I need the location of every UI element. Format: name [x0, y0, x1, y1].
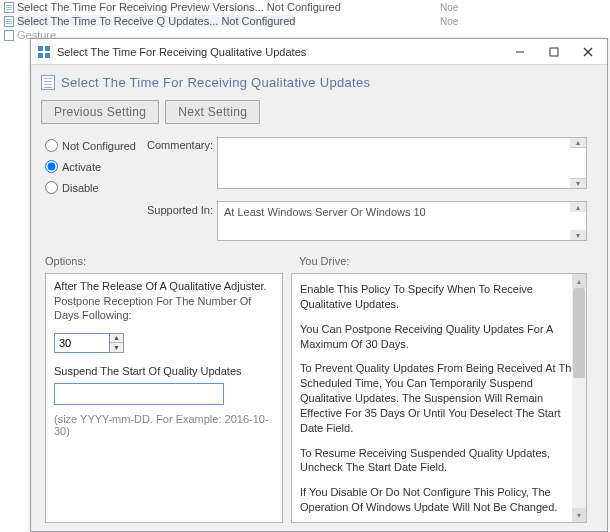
supported-textarea: At Least Windows Server Or Windows 10 ▴ …: [217, 201, 587, 241]
svg-rect-5: [550, 48, 558, 56]
commentary-textarea[interactable]: ▴ ▾: [217, 137, 587, 189]
bg-policy-row-1[interactable]: Select The Time For Receiving Preview Ve…: [0, 0, 610, 14]
radio-not-configured[interactable]: Not Configured: [45, 139, 136, 152]
scroll-up-icon[interactable]: ▴: [570, 138, 586, 148]
help-panel: Enable This Policy To Specify When To Re…: [291, 273, 587, 523]
bg-policy-row-2[interactable]: Select The Time To Receive Q Updates... …: [0, 14, 610, 28]
scroll-up-icon[interactable]: ▴: [570, 202, 586, 212]
scroll-down-icon[interactable]: ▾: [570, 230, 586, 240]
svg-rect-2: [38, 53, 43, 58]
scrollbar[interactable]: ▴ ▾: [572, 274, 586, 522]
svg-rect-1: [45, 46, 50, 51]
days-spinner[interactable]: ▲ ▼: [54, 333, 274, 353]
policy-label: Select The Time To Receive Q Updates... …: [17, 15, 295, 27]
supported-value: At Least Windows Server Or Windows 10: [224, 206, 426, 218]
help-paragraph: You Can Postpone Receiving Quality Updat…: [300, 322, 578, 352]
state-radio-group: Not Configured Activate Disable: [45, 139, 136, 194]
dialog-heading-row: Select The Time For Receiving Qualitativ…: [41, 75, 597, 90]
help-paragraph: Enable This Policy To Specify When To Re…: [300, 282, 578, 312]
document-icon: [41, 75, 55, 90]
radio-disable[interactable]: Disable: [45, 181, 136, 194]
document-icon: [4, 2, 14, 13]
spinner-up-icon[interactable]: ▲: [110, 334, 123, 344]
dialog-heading: Select The Time For Receiving Qualitativ…: [61, 75, 370, 90]
svg-rect-0: [38, 46, 43, 51]
policy-label: Select The Time For Receiving Preview Ve…: [17, 1, 341, 13]
help-paragraph: To Prevent Quality Updates From Being Re…: [300, 361, 578, 435]
help-label: You Drive:: [299, 255, 349, 267]
option-text-2: Postpone Reception For The Number Of Day…: [54, 294, 274, 323]
minimize-button[interactable]: [503, 39, 537, 64]
titlebar: Select The Time For Receiving Qualitativ…: [31, 39, 607, 65]
options-panel: After The Release Of A Qualitative Adjus…: [45, 273, 283, 523]
options-label: Options:: [45, 255, 86, 267]
policy-dialog: Select The Time For Receiving Qualitativ…: [30, 38, 608, 532]
document-icon: [4, 30, 14, 41]
option-text-1: After The Release Of A Qualitative Adjus…: [54, 280, 274, 292]
next-setting-button[interactable]: Next Setting: [165, 100, 260, 124]
supported-label: Supported In:: [147, 204, 213, 216]
date-hint: (size YYYY-mm-DD. For Example: 2016-10-3…: [54, 413, 274, 437]
suspend-date-input[interactable]: [54, 383, 224, 405]
help-paragraph: To Resume Receiving Suspended Quality Up…: [300, 446, 578, 476]
scrollbar-thumb[interactable]: [573, 288, 585, 378]
scroll-down-icon[interactable]: ▾: [570, 178, 586, 188]
document-icon: [4, 16, 14, 27]
scroll-down-icon[interactable]: ▾: [572, 508, 586, 522]
commentary-label: Commentary:: [147, 139, 213, 151]
app-icon: [37, 45, 51, 59]
help-paragraph: If You Disable Or Do Not Configure This …: [300, 485, 578, 515]
policy-status: Noe: [440, 16, 458, 27]
previous-setting-button[interactable]: Previous Setting: [41, 100, 159, 124]
close-button[interactable]: [571, 39, 605, 64]
spinner-down-icon[interactable]: ▼: [110, 343, 123, 352]
scroll-up-icon[interactable]: ▴: [572, 274, 586, 288]
policy-status: Noe: [440, 2, 458, 13]
window-title: Select The Time For Receiving Qualitativ…: [57, 46, 503, 58]
maximize-button[interactable]: [537, 39, 571, 64]
option-text-3: Suspend The Start Of Quality Updates: [54, 365, 274, 377]
days-input[interactable]: [54, 333, 110, 353]
radio-activate[interactable]: Activate: [45, 160, 136, 173]
svg-rect-3: [45, 53, 50, 58]
